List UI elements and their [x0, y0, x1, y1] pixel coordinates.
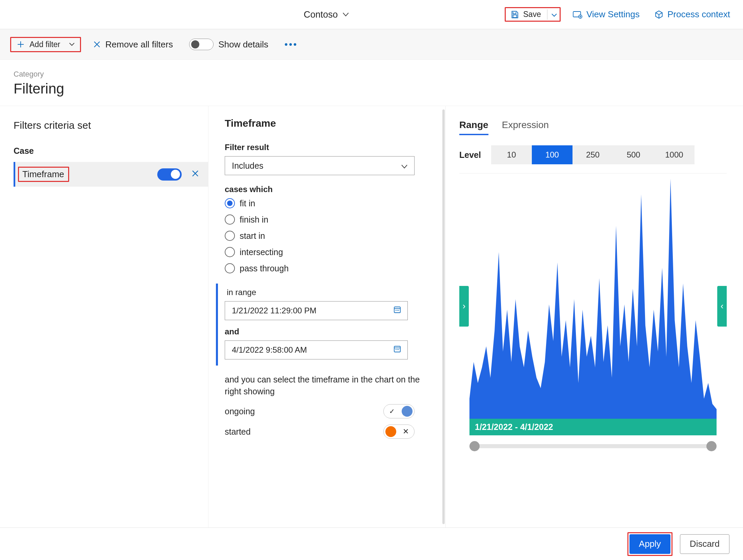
- legend-started: started ✕: [225, 424, 415, 439]
- in-range-label: in range: [225, 288, 429, 297]
- header: Contoso Save: [0, 0, 743, 29]
- svg-rect-2: [394, 307, 400, 313]
- cube-icon: [655, 10, 663, 19]
- filters-panel: Filters criteria set Case Timeframe: [0, 106, 208, 527]
- filter-result-select[interactable]: Includes: [225, 156, 415, 175]
- filter-result-value: Includes: [232, 161, 263, 171]
- category-header: Category Filtering: [0, 60, 743, 106]
- case-option-pass-through[interactable]: pass through: [225, 263, 429, 273]
- remove-filter-icon[interactable]: [191, 169, 199, 180]
- save-icon: [510, 10, 519, 19]
- view-settings-label: View Settings: [586, 9, 640, 20]
- radio-label: fit in: [240, 199, 255, 208]
- radio-checked-icon: [225, 198, 235, 208]
- process-context-button[interactable]: Process context: [652, 7, 733, 22]
- range-from-input[interactable]: [225, 301, 408, 320]
- legend-ongoing-toggle[interactable]: ✓: [383, 404, 415, 418]
- save-split-button[interactable]: Save: [505, 7, 561, 22]
- and-label: and: [225, 327, 429, 336]
- svg-point-7: [396, 349, 397, 350]
- category-title: Filtering: [14, 81, 729, 97]
- slider-thumb-left[interactable]: [469, 441, 480, 451]
- filter-item-label: Timeframe: [22, 169, 64, 179]
- case-option-finish-in[interactable]: finish in: [225, 214, 429, 225]
- toolbar: Add filter Remove all filters Show detai…: [0, 29, 743, 60]
- svg-point-8: [397, 349, 398, 350]
- tab-expression[interactable]: Expression: [502, 120, 549, 135]
- svg-point-4: [397, 310, 398, 311]
- chart-body[interactable]: [469, 173, 717, 435]
- view-settings-button[interactable]: View Settings: [570, 7, 642, 22]
- chart-panel: Range Expression Level 10 100 250 500 10…: [446, 106, 743, 527]
- scrollbar[interactable]: [442, 109, 445, 524]
- level-1000[interactable]: 1000: [654, 145, 695, 164]
- legend-ongoing-label: ongoing: [225, 407, 255, 416]
- show-details-toggle[interactable]: Show details: [185, 37, 272, 52]
- filter-config-panel: Timeframe Filter result Includes cases w…: [208, 106, 446, 527]
- chart-tabs: Range Expression: [459, 120, 727, 135]
- legend-ongoing: ongoing ✓: [225, 404, 415, 418]
- level-100[interactable]: 100: [532, 145, 573, 164]
- radio-label: intersecting: [240, 247, 283, 257]
- calendar-icon[interactable]: [393, 306, 401, 316]
- level-10[interactable]: 10: [491, 145, 532, 164]
- range-to-field[interactable]: [231, 345, 393, 355]
- filter-item-timeframe[interactable]: Timeframe: [14, 162, 208, 187]
- legend-started-toggle[interactable]: ✕: [383, 424, 415, 439]
- radio-label: pass through: [240, 264, 289, 273]
- filter-item-toggle[interactable]: [157, 168, 182, 181]
- close-icon: [93, 41, 101, 48]
- filters-title: Filters criteria set: [14, 120, 208, 131]
- close-icon: ✕: [403, 427, 409, 436]
- range-to-input[interactable]: [225, 340, 408, 359]
- range-from-field[interactable]: [231, 306, 393, 316]
- slider-thumb-right[interactable]: [706, 441, 717, 451]
- svg-point-9: [398, 349, 399, 350]
- discard-button[interactable]: Discard: [680, 534, 729, 554]
- filter-result-label: Filter result: [225, 143, 429, 152]
- timeframe-chart: [469, 173, 717, 435]
- remove-all-label: Remove all filters: [105, 39, 173, 50]
- main-content: Filters criteria set Case Timeframe Time…: [0, 106, 743, 527]
- timeframe-help-text: and you can select the timeframe in the …: [225, 374, 429, 397]
- svg-point-3: [396, 310, 397, 311]
- level-250[interactable]: 250: [573, 145, 613, 164]
- chart-handle-left[interactable]: ›: [459, 286, 469, 327]
- remove-all-filters-button[interactable]: Remove all filters: [89, 37, 177, 52]
- toggle-off-icon: [189, 39, 214, 50]
- radio-label: start in: [240, 231, 265, 241]
- dot-icon: [385, 426, 396, 437]
- case-option-start-in[interactable]: start in: [225, 231, 429, 241]
- view-settings-icon: [573, 11, 582, 19]
- chart-area: › ‹ 1/21/2022 - 4/1/2022: [459, 173, 727, 454]
- save-label: Save: [523, 10, 541, 19]
- cases-radio-group: fit in finish in start in intersecting p…: [225, 198, 429, 273]
- process-context-label: Process context: [667, 9, 730, 20]
- show-details-label: Show details: [218, 39, 268, 50]
- chart-range-slider[interactable]: [469, 441, 717, 451]
- level-500[interactable]: 500: [613, 145, 654, 164]
- calendar-icon[interactable]: [393, 345, 401, 355]
- org-name: Contoso: [304, 9, 338, 20]
- org-picker[interactable]: Contoso: [300, 7, 352, 22]
- add-filter-label: Add filter: [29, 40, 60, 49]
- action-bar: Apply Discard: [0, 527, 743, 560]
- tab-range[interactable]: Range: [459, 120, 488, 135]
- chart-handle-right[interactable]: ‹: [717, 286, 727, 327]
- cases-which-label: cases which: [225, 185, 429, 194]
- radio-icon: [225, 231, 235, 241]
- check-icon: ✓: [389, 407, 395, 415]
- dot-icon: [402, 406, 413, 417]
- case-option-intersecting[interactable]: intersecting: [225, 247, 429, 257]
- filter-config-title: Timeframe: [225, 118, 429, 129]
- level-selector: Level 10 100 250 500 1000: [459, 145, 727, 164]
- chevron-down-icon[interactable]: [551, 10, 557, 19]
- apply-button[interactable]: Apply: [629, 534, 670, 554]
- chevron-down-icon: [401, 161, 407, 171]
- radio-icon: [225, 263, 235, 273]
- case-option-fit-in[interactable]: fit in: [225, 198, 429, 208]
- radio-icon: [225, 247, 235, 257]
- add-filter-button[interactable]: Add filter: [10, 37, 81, 52]
- more-actions-button[interactable]: •••: [281, 37, 302, 52]
- slider-track: [473, 444, 713, 448]
